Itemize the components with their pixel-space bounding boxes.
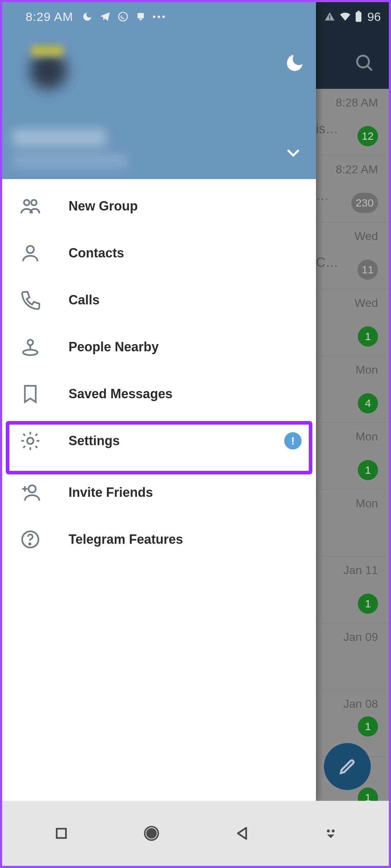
svg-point-10 (24, 200, 30, 205)
menu-label: Invite Friends (69, 485, 153, 500)
menu-contacts[interactable]: Contacts (2, 230, 316, 277)
unread-badge: 1 (358, 326, 378, 347)
svg-point-9 (289, 56, 290, 58)
chat-time: 8:28 AM (336, 96, 378, 109)
svg-point-11 (31, 200, 37, 205)
chat-time: Jan 09 (343, 630, 378, 644)
unread-badge: 12 (357, 126, 378, 146)
svg-rect-7 (356, 12, 361, 22)
chat-time: Wed (355, 296, 378, 310)
menu-label: Contacts (69, 246, 124, 261)
unread-badge: 1 (358, 460, 378, 480)
nearby-icon (19, 336, 41, 358)
back-button[interactable] (234, 825, 250, 842)
battery-icon (355, 11, 362, 22)
notification-icon (135, 11, 146, 22)
chat-time: 8:22 AM (336, 163, 378, 176)
svg-point-18 (29, 543, 31, 545)
svg-point-14 (23, 350, 38, 355)
chat-preview: is… (316, 121, 338, 136)
menu-invite-friends[interactable]: Invite Friends (2, 469, 316, 516)
drawer-menu: New Group Contacts Calls People Nearby S… (2, 179, 316, 563)
menu-saved-messages[interactable]: Saved Messages (2, 370, 316, 417)
menu-label: Saved Messages (69, 386, 172, 402)
chat-time: Jan 08 (343, 697, 378, 711)
menu-people-nearby[interactable]: People Nearby (2, 324, 316, 370)
recents-button[interactable] (53, 825, 69, 841)
svg-line-1 (368, 66, 372, 70)
night-mode-toggle[interactable] (284, 53, 305, 74)
battery-level: 96 (367, 10, 381, 24)
dnd-moon-icon (82, 11, 93, 22)
chat-time: Wed (355, 230, 378, 243)
status-time: 8:29 AM (26, 10, 73, 24)
gear-icon (19, 430, 41, 452)
invite-icon (19, 482, 41, 503)
bookmark-icon (19, 383, 41, 405)
svg-rect-5 (329, 15, 330, 18)
chat-preview: C… (316, 255, 338, 270)
phone-icon (19, 289, 41, 311)
telegram-icon (99, 11, 111, 22)
whatsapp-icon (117, 11, 129, 22)
profile-phone (12, 154, 128, 168)
unread-badge: 4 (358, 393, 378, 413)
search-icon[interactable] (354, 53, 374, 73)
menu-label: People Nearby (69, 339, 159, 355)
compose-fab[interactable] (324, 743, 371, 790)
svg-point-16 (28, 485, 36, 492)
help-icon (19, 529, 41, 550)
more-icon: ••• (153, 11, 167, 22)
menu-settings[interactable]: Settings ! (2, 417, 316, 464)
chat-time: Jan 11 (343, 564, 378, 577)
menu-label: Settings (69, 433, 120, 448)
svg-point-22 (327, 829, 330, 832)
svg-point-15 (27, 438, 34, 444)
group-icon (19, 195, 41, 217)
unread-badge: 1 (358, 716, 378, 737)
chat-preview: … (316, 188, 329, 203)
ime-switcher-button[interactable] (324, 826, 338, 841)
svg-point-2 (119, 12, 127, 21)
chat-time: Mon (356, 430, 378, 443)
avatar-detail (31, 45, 63, 56)
menu-label: Calls (69, 292, 100, 308)
menu-divider (2, 466, 316, 467)
home-button[interactable] (142, 824, 161, 842)
navigation-drawer: 8:29 AM ••• 96 (2, 2, 316, 801)
svg-rect-19 (57, 829, 66, 838)
drawer-header: 8:29 AM ••• 96 (2, 2, 316, 179)
svg-point-21 (147, 829, 156, 838)
unread-badge: 1 (358, 594, 378, 614)
account-switcher-chevron-icon[interactable] (285, 144, 302, 161)
menu-new-group[interactable]: New Group (2, 183, 316, 230)
person-icon (19, 242, 41, 264)
svg-point-23 (331, 829, 334, 832)
status-bar: 8:29 AM ••• 96 (2, 2, 391, 31)
menu-label: New Group (69, 199, 138, 214)
wifi-icon (339, 10, 351, 23)
svg-rect-6 (329, 18, 330, 19)
chat-time: Mon (356, 497, 378, 510)
menu-label: Telegram Features (69, 532, 183, 547)
warning-icon (324, 11, 335, 22)
svg-rect-8 (357, 11, 360, 12)
profile-name (12, 129, 106, 147)
svg-point-13 (28, 340, 33, 345)
system-nav-bar (2, 801, 389, 866)
chat-time: Mon (356, 363, 378, 377)
unread-badge: 11 (357, 260, 378, 280)
svg-rect-4 (139, 19, 142, 20)
menu-telegram-features[interactable]: Telegram Features (2, 516, 316, 563)
svg-rect-3 (137, 13, 144, 18)
svg-point-0 (357, 56, 369, 68)
menu-calls[interactable]: Calls (2, 277, 316, 324)
settings-alert-badge: ! (284, 432, 302, 450)
unread-badge: 230 (351, 193, 378, 213)
svg-point-12 (27, 246, 34, 253)
